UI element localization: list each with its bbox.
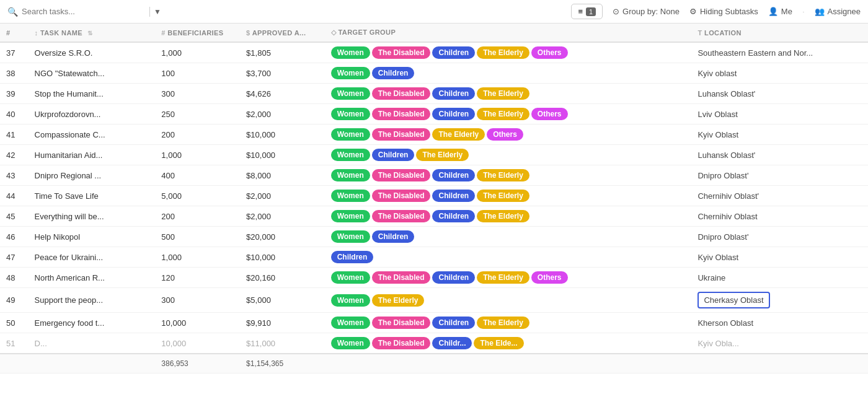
tag-the-disabled: The Disabled (372, 108, 431, 120)
tag-the-elderly: The Elderly (416, 149, 469, 161)
tag-children: Children (432, 271, 475, 284)
row-approved: $4,626 (240, 84, 325, 104)
location-selected-box[interactable]: Cherkasy Oblast (698, 292, 769, 308)
tag-the-elderly: The Elderly (477, 169, 529, 181)
table-row[interactable]: 37Oversize S.R.O.1,000$1,805WomenThe Dis… (0, 42, 868, 63)
tag-childr: Childr... (432, 337, 472, 349)
table-row[interactable]: 43Dnipro Regional ...400$8,000WomenThe D… (0, 165, 868, 186)
row-target-group: WomenThe DisabledChildrenThe Elderly (325, 165, 692, 186)
row-beneficiaries: 200 (155, 206, 240, 227)
row-task-name[interactable]: Everything will be... (29, 206, 156, 227)
row-beneficiaries: 10,000 (155, 313, 240, 333)
table-row[interactable]: 47Peace for Ukraini...1,000$10,000Childr… (0, 247, 868, 268)
row-approved: $1,805 (240, 42, 325, 63)
search-icon: 🔍 (7, 7, 18, 17)
group-by-button[interactable]: ⊙ Group by: None (613, 7, 680, 16)
tag-women: Women (331, 46, 370, 59)
tag-the-disabled: The Disabled (372, 46, 431, 59)
tag-the-elderly: The Elderly (477, 317, 529, 329)
row-location: Ukraine (691, 268, 868, 288)
table-row[interactable]: 48North American R...120$20,160WomenThe … (0, 268, 868, 288)
row-task-name[interactable]: Time To Save Life (29, 186, 156, 206)
tag-the-elderly: The Elderly (372, 294, 425, 307)
row-task-name[interactable]: D... (29, 333, 156, 354)
tag-women: Women (331, 230, 370, 243)
row-num: 39 (0, 84, 29, 104)
row-beneficiaries: 400 (155, 165, 240, 186)
table-row[interactable]: 50Emergency food t...10,000$9,910WomenTh… (0, 313, 868, 333)
sort-icon: ⇅ (87, 30, 92, 37)
row-approved: $20,160 (240, 268, 325, 288)
tag-the-disabled: The Disabled (372, 271, 431, 284)
table-row[interactable]: 40Ukrprofozdorovn...250$2,000WomenThe Di… (0, 104, 868, 124)
table-row[interactable]: 49Support the peop...300$5,000WomenThe E… (0, 288, 868, 313)
search-chevron-button[interactable]: ▼ (154, 7, 161, 16)
footer-beneficiaries: 386,953 (155, 354, 240, 374)
tag-women: Women (331, 190, 370, 202)
row-task-name[interactable]: Oversize S.R.O. (29, 42, 156, 63)
search-divider (149, 7, 150, 17)
col-header-task[interactable]: ↕ TASK NAME ⇅ (29, 24, 156, 42)
row-beneficiaries: 120 (155, 268, 240, 288)
row-num: 42 (0, 145, 29, 165)
row-task-name[interactable]: Dnipro Regional ... (29, 165, 156, 186)
tag-the-disabled: The Disabled (372, 190, 431, 202)
tag-women: Women (331, 210, 370, 222)
footer-approved: $1,154,365 (240, 354, 325, 374)
col-header-target[interactable]: ◇ TARGET GROUP (325, 24, 692, 42)
row-task-name[interactable]: Peace for Ukraini... (29, 247, 156, 268)
row-beneficiaries: 1,000 (155, 42, 240, 63)
table-row[interactable]: 44Time To Save Life5,000$2,000WomenThe D… (0, 186, 868, 206)
person-icon: 👤 (768, 7, 778, 16)
group-icon: ⊙ (613, 7, 619, 16)
row-target-group: WomenThe DisabledChildrenThe ElderlyOthe… (325, 42, 692, 63)
row-target-group: WomenChildren (325, 227, 692, 247)
row-task-name[interactable]: Support the peop... (29, 288, 156, 313)
row-target-group: WomenChildrenThe Elderly (325, 145, 692, 165)
tag-the-elderly: The Elderly (477, 87, 529, 100)
table-row[interactable]: 41Compassionate C...200$10,000WomenThe D… (0, 124, 868, 145)
row-target-group: WomenThe DisabledChildr...The Elde... (325, 333, 692, 354)
tag-the-disabled: The Disabled (372, 128, 431, 141)
row-task-name[interactable]: Emergency food t... (29, 313, 156, 333)
table-row[interactable]: 46Help Nikopol500$20,000WomenChildrenDni… (0, 227, 868, 247)
row-task-name[interactable]: NGO "Statewatch... (29, 63, 156, 84)
col-header-approved[interactable]: $ APPROVED A... (240, 24, 325, 42)
col-header-beneficiaries[interactable]: # BENEFICIARIES (155, 24, 240, 42)
row-task-name[interactable]: Compassionate C... (29, 124, 156, 145)
tag-the-elderly: The Elderly (477, 46, 529, 59)
assignee-button[interactable]: 👥 Assignee (815, 7, 861, 16)
table-row[interactable]: 42Humanitarian Aid...1,000$10,000WomenCh… (0, 145, 868, 165)
row-location: Luhansk Oblast' (691, 145, 868, 165)
tag-children: Children (372, 67, 415, 79)
tag-children: Children (432, 108, 475, 120)
row-approved: $11,000 (240, 333, 325, 354)
row-target-group: WomenThe DisabledChildrenThe Elderly (325, 206, 692, 227)
hiding-subtasks-button[interactable]: ⚙ Hiding Subtasks (689, 7, 758, 16)
row-task-name[interactable]: Help Nikopol (29, 227, 156, 247)
filter-button[interactable]: ≡ 1 (571, 4, 603, 19)
row-beneficiaries: 5,000 (155, 186, 240, 206)
table-row[interactable]: 45Everything will be...200$2,000WomenThe… (0, 206, 868, 227)
tag-others: Others (531, 46, 568, 59)
hiding-subtasks-label: Hiding Subtasks (700, 7, 758, 16)
tag-the-disabled: The Disabled (372, 169, 431, 181)
row-task-name[interactable]: Stop the Humanit... (29, 84, 156, 104)
table-row[interactable]: 39Stop the Humanit...300$4,626WomenThe D… (0, 84, 868, 104)
tag-children: Children (331, 251, 374, 263)
row-num: 37 (0, 42, 29, 63)
filter-icon: ≡ (578, 7, 583, 16)
tag-women: Women (331, 294, 370, 307)
me-button[interactable]: 👤 Me (768, 7, 792, 16)
row-task-name[interactable]: North American R... (29, 268, 156, 288)
row-task-name[interactable]: Ukrprofozdorovn... (29, 104, 156, 124)
search-input[interactable] (22, 7, 146, 16)
row-target-group: WomenThe DisabledChildrenThe Elderly (325, 313, 692, 333)
subtasks-icon: ⚙ (689, 7, 697, 16)
tag-women: Women (331, 337, 370, 349)
table-row[interactable]: 38NGO "Statewatch...100$3,700WomenChildr… (0, 63, 868, 84)
approved-icon: $ (246, 29, 250, 37)
table-row[interactable]: 51D...10,000$11,000WomenThe DisabledChil… (0, 333, 868, 354)
row-task-name[interactable]: Humanitarian Aid... (29, 145, 156, 165)
col-header-location[interactable]: T LOCATION (691, 24, 868, 42)
